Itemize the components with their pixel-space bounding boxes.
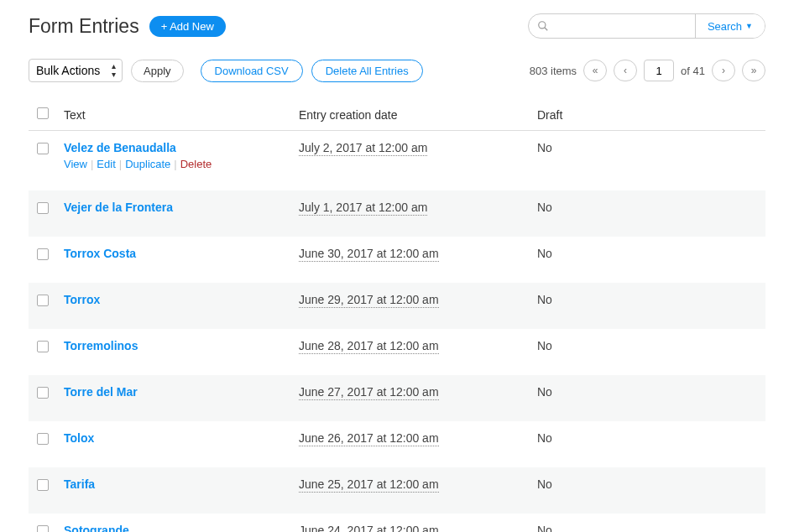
column-header-text[interactable]: Text	[57, 99, 292, 131]
table-row: TorremolinosJune 28, 2017 at 12:00 amNo	[29, 329, 765, 375]
page-title: Form Entries	[29, 15, 139, 38]
entry-title-link[interactable]: Tarifa	[64, 477, 95, 491]
entry-draft-status: No	[537, 141, 552, 154]
entry-date: June 30, 2017 at 12:00 am	[299, 247, 439, 262]
row-checkbox[interactable]	[37, 341, 49, 352]
entry-date: June 27, 2017 at 12:00 am	[299, 385, 439, 400]
entry-draft-status: No	[537, 524, 552, 532]
entry-title-link[interactable]: Torremolinos	[64, 339, 138, 352]
row-checkbox[interactable]	[37, 295, 49, 306]
pager-of-text: of 41	[681, 65, 705, 77]
entry-draft-status: No	[537, 477, 552, 491]
entry-draft-status: No	[537, 339, 552, 352]
entry-draft-status: No	[537, 385, 552, 399]
entry-date: July 1, 2017 at 12:00 am	[299, 201, 427, 216]
delete-all-button[interactable]: Delete All Entries	[311, 60, 423, 82]
download-csv-button[interactable]: Download CSV	[201, 60, 303, 82]
table-row: TarifaJune 25, 2017 at 12:00 amNo	[29, 467, 765, 514]
select-all-checkbox[interactable]	[37, 107, 49, 119]
entry-title-link[interactable]: Torrox Costa	[64, 247, 136, 260]
entry-title-link[interactable]: Velez de Benaudalla	[64, 141, 176, 154]
table-row: TorroxJune 29, 2017 at 12:00 amNo	[29, 283, 765, 329]
row-checkbox[interactable]	[37, 143, 49, 154]
duplicate-link[interactable]: Duplicate	[125, 158, 170, 170]
table-row: SotograndeJune 24, 2017 at 12:00 amNo	[29, 514, 765, 532]
table-row: Torre del MarJune 27, 2017 at 12:00 amNo	[29, 375, 765, 421]
entry-title-link[interactable]: Tolox	[64, 431, 94, 445]
table-row: Vejer de la FronteraJuly 1, 2017 at 12:0…	[29, 190, 765, 237]
row-actions: View|Edit|Duplicate|Delete	[64, 158, 285, 170]
entry-date: July 2, 2017 at 12:00 am	[299, 141, 427, 156]
entry-title-link[interactable]: Torrox	[64, 293, 100, 306]
row-checkbox[interactable]	[37, 525, 49, 532]
caret-down-icon: ▼	[745, 22, 753, 30]
entries-table: Text Entry creation date Draft Velez de …	[29, 99, 765, 532]
table-row: Velez de BenaudallaView|Edit|Duplicate|D…	[29, 131, 765, 191]
search-input[interactable]	[529, 16, 695, 29]
entry-draft-status: No	[537, 431, 552, 445]
entry-date: June 28, 2017 at 12:00 am	[299, 339, 439, 354]
row-checkbox[interactable]	[37, 433, 49, 445]
row-checkbox[interactable]	[37, 202, 49, 214]
entry-date: June 25, 2017 at 12:00 am	[299, 477, 439, 493]
column-header-date[interactable]: Entry creation date	[292, 99, 530, 131]
add-new-button[interactable]: + Add New	[149, 16, 226, 37]
separator: |	[116, 158, 125, 170]
bulk-actions-select[interactable]: Bulk Actions	[29, 59, 123, 82]
entry-draft-status: No	[537, 247, 552, 260]
pager-last-button[interactable]: »	[742, 60, 765, 81]
search-button[interactable]: Search ▼	[695, 14, 765, 38]
pager-page-input[interactable]	[644, 60, 674, 81]
separator: |	[170, 158, 180, 170]
items-count-text: 803 items	[530, 65, 577, 77]
row-checkbox[interactable]	[37, 387, 49, 399]
row-checkbox[interactable]	[37, 248, 49, 260]
entry-title-link[interactable]: Vejer de la Frontera	[64, 201, 173, 214]
apply-button[interactable]: Apply	[131, 60, 184, 82]
entry-date: June 29, 2017 at 12:00 am	[299, 293, 439, 308]
table-row: ToloxJune 26, 2017 at 12:00 amNo	[29, 421, 765, 467]
row-checkbox[interactable]	[37, 479, 49, 491]
entry-title-link[interactable]: Torre del Mar	[64, 385, 138, 399]
pager-prev-button[interactable]: ‹	[614, 60, 637, 81]
entry-draft-status: No	[537, 293, 552, 306]
search-box: Search ▼	[528, 13, 765, 39]
pager-first-button[interactable]: «	[583, 60, 607, 81]
entry-date: June 24, 2017 at 12:00 am	[299, 524, 439, 532]
delete-link[interactable]: Delete	[180, 158, 212, 170]
table-row: Torrox CostaJune 30, 2017 at 12:00 amNo	[29, 237, 765, 283]
edit-link[interactable]: Edit	[97, 158, 115, 170]
entry-date: June 26, 2017 at 12:00 am	[299, 431, 439, 446]
column-header-draft[interactable]: Draft	[530, 99, 765, 131]
view-link[interactable]: View	[64, 158, 87, 170]
separator: |	[87, 158, 97, 170]
pager-next-button[interactable]: ›	[712, 60, 735, 81]
search-button-label: Search	[708, 20, 742, 33]
entry-draft-status: No	[537, 201, 552, 214]
entry-title-link[interactable]: Sotogrande	[64, 524, 129, 532]
